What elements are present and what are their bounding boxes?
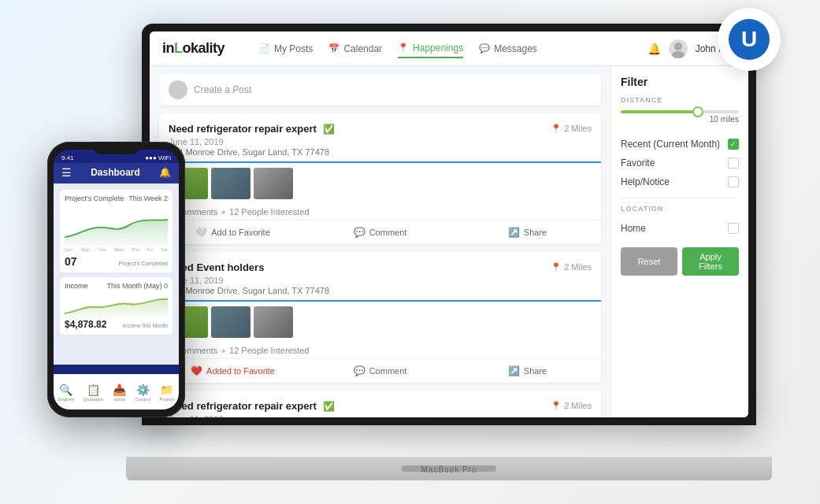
post-date-2: June 11, 2019 [169,276,592,285]
phone-stat-label: Project's Completed [119,261,168,266]
svg-point-0 [674,43,682,50]
chart-day-thu: Thu [132,247,139,252]
explore-icon: 🔍 [59,384,72,396]
quotation-label: Quotation [83,397,104,402]
post-image-2c [254,306,293,338]
nav-item-my-posts[interactable]: 📄 My Posts [259,39,313,58]
phone-nav-quotation[interactable]: 📋 Quotation [83,384,104,402]
post-header-3: Need refrigerator repair expert ✅ 📍 2 Mi… [159,391,601,417]
slider-fill [621,110,698,113]
phone-nav-inbox[interactable]: 📥 Inbox [113,384,126,402]
checkbox-favorite[interactable] [728,158,739,169]
checkbox-help[interactable] [728,176,739,187]
laptop-brand-label: MacBook Pro [421,465,477,474]
post-title-1: Need refrigerator repair expert [169,123,317,135]
app-logo: inLokality [162,40,224,57]
create-post-avatar [169,80,187,99]
app-header: inLokality 📄 My Posts 📅 Calendar 📍 Happe… [150,32,748,66]
inbox-label: Inbox [113,397,125,402]
nav-item-happenings[interactable]: 📍 Happenings [398,39,463,58]
phone-header: ☰ Dashboard 🔔 [54,163,179,183]
post-actions-2: ❤️ Added to Favorite 💬 Comment ↗️ Share [159,358,601,383]
share-label-1: Share [524,228,547,237]
post-image-1b [211,168,250,199]
post-image-1c [254,168,293,199]
share-icon-1: ↗️ [508,227,520,238]
phone-bell-icon[interactable]: 🔔 [159,167,171,178]
post-stats-2: 4 Comments ● 12 People Interested [159,343,601,358]
explore-label: Explore [58,397,74,402]
nav-label-messages: Messages [494,43,537,54]
filter-option-help[interactable]: Help/Notice [621,172,739,191]
post-verified-icon-3: ✅ [323,401,335,412]
reset-button[interactable]: Reset [621,247,677,276]
phone-section-subtitle: This Week 2 [128,195,168,202]
favorite-label-1: Add to Favorite [211,228,270,237]
post-date-1: June 11, 2019 [169,137,592,146]
filter-option-home[interactable]: Home [621,219,739,238]
share-icon-2: ↗️ [508,365,520,376]
comment-action-1[interactable]: 💬 Comment [306,225,454,239]
user-avatar [669,39,688,58]
phone-nav-explore[interactable]: 🔍 Explore [58,384,74,402]
checkbox-recent[interactable] [728,139,739,150]
phone-income-area: Income This Month (May) 0 [60,277,173,335]
filter-option-favorite[interactable]: Favorite [621,154,739,172]
create-post-placeholder: Create a Post [194,84,251,95]
post-header-1: Need refrigerator repair expert ✅ 📍 2 Mi… [159,113,601,163]
post-card-2: Need Event holders 📍 2 Miles June 11, 20… [159,252,601,383]
messages-icon: 💬 [479,43,490,54]
share-action-2[interactable]: ↗️ Share [454,364,601,378]
heart-icon-2: ❤️ [191,365,202,376]
nav-item-messages[interactable]: 💬 Messages [479,39,537,58]
phone-income-label: Income this Month [123,323,168,328]
distance-section-label: DISTANCE [621,96,739,104]
happenings-icon: 📍 [398,43,409,53]
apply-filters-button[interactable]: Apply Filters [682,247,739,276]
distance-slider[interactable]: 10 miles [621,110,739,124]
slider-thumb[interactable] [692,106,703,117]
feed-area[interactable]: Create a Post Need refrigerator repair e… [150,66,610,417]
share-label-2: Share [524,366,547,376]
filter-panel: Filter DISTANCE 10 miles Recent (Current… [610,66,748,417]
chart-day-sun: Sun [65,247,73,252]
control-label: Control [135,397,150,402]
phone-income-title: Income This Month (May) 0 [65,282,168,290]
phone-nav-control[interactable]: ⚙️ Control [135,384,150,402]
post-distance-1: 📍 2 Miles [551,124,592,134]
notification-bell-icon[interactable]: 🔔 [647,43,661,55]
phone-menu-icon[interactable]: ☰ [61,166,72,179]
chart-day-fri: Fri [147,247,153,252]
post-verified-icon-1: ✅ [323,124,335,135]
location-pin-icon-1: 📍 [551,124,562,134]
post-card-3: Need refrigerator repair expert ✅ 📍 2 Mi… [159,391,601,417]
comment-action-2[interactable]: 💬 Comment [306,364,454,378]
post-address-2: 404 Monroe Drive, Sugar Land, TX 77478 [169,286,592,295]
brand-logo-circle: U [718,8,781,71]
post-title-3: Need refrigerator repair expert [169,400,317,412]
nav-item-calendar[interactable]: 📅 Calendar [328,39,382,58]
phone-income-section-label: Income [65,282,88,290]
create-post-bar[interactable]: Create a Post [159,74,601,106]
project-icon: 📁 [160,384,173,396]
post-date-3: June 11, 2019 [169,414,592,417]
project-label: Project [160,397,175,402]
post-images-2 [159,302,601,343]
chart-day-mon: Mon [81,247,91,252]
location-pin-icon-2: 📍 [551,262,562,272]
phone-outer: 9:41 ●●● WiFi ☰ Dashboard 🔔 Project's Co… [47,142,185,417]
svg-point-1 [672,51,685,58]
nav-bar: 📄 My Posts 📅 Calendar 📍 Happenings 💬 Mes… [259,39,629,58]
checkbox-home[interactable] [728,223,739,234]
phone-nav-project[interactable]: 📁 Project [160,384,175,402]
filter-divider [621,198,739,198]
post-distance-2: 📍 2 Miles [551,262,592,272]
nav-label-my-posts: My Posts [274,43,313,54]
inbox-icon: 📥 [113,384,126,396]
share-action-1[interactable]: ↗️ Share [454,225,601,239]
chart-day-tue: Tue [98,247,106,252]
filter-option-recent-label: Recent (Current Month) [621,139,720,150]
location-pin-icon-3: 📍 [551,401,562,411]
location-section-label: LOCATION [621,205,739,213]
filter-option-recent[interactable]: Recent (Current Month) [621,135,739,154]
